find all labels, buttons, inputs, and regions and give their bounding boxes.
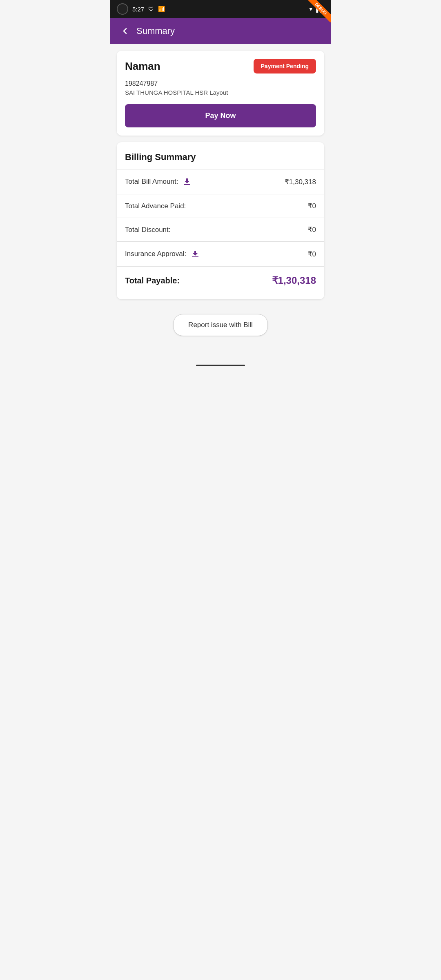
insurance-value: ₹0 — [308, 250, 316, 258]
home-indicator — [196, 365, 245, 366]
total-payable-row: Total Payable: ₹1,30,318 — [125, 267, 316, 290]
status-bar-left: 5:27 🛡 📶 — [117, 3, 165, 15]
total-bill-label-text: Total Bill Amount: — [125, 178, 178, 186]
total-payable-value: ₹1,30,318 — [272, 275, 316, 286]
app-bar: Summary — [110, 18, 331, 44]
billing-row-total-bill: Total Bill Amount: ₹1,30,318 — [125, 169, 316, 194]
report-issue-button[interactable]: Report issue with Bill — [173, 314, 268, 336]
total-bill-value: ₹1,30,318 — [285, 178, 316, 186]
billing-row-advance: Total Advance Paid: ₹0 — [125, 194, 316, 218]
advance-label-text: Total Advance Paid: — [125, 202, 186, 210]
status-bar: 5:27 🛡 📶 ▼ ▌▌ DEBUG — [110, 0, 331, 18]
shield-icon: 🛡 — [148, 6, 154, 12]
payment-status-badge: Payment Pending — [254, 59, 316, 74]
billing-card: Billing Summary Total Bill Amount: ₹1,30… — [117, 142, 324, 299]
main-content: Naman Payment Pending 198247987 SAI THUN… — [110, 44, 331, 359]
download-insurance-icon[interactable] — [190, 249, 200, 259]
debug-corner: DEBUG — [306, 0, 331, 24]
discount-label: Total Discount: — [125, 226, 171, 234]
patient-location: SAI THUNGA HOSPITAL HSR Layout — [125, 89, 316, 96]
pay-now-button[interactable]: Pay Now — [125, 104, 316, 127]
patient-card: Naman Payment Pending 198247987 SAI THUN… — [117, 51, 324, 136]
status-time: 5:27 — [132, 6, 144, 13]
debug-label: DEBUG — [307, 0, 331, 22]
patient-header: Naman Payment Pending — [125, 59, 316, 74]
report-section: Report issue with Bill — [117, 306, 324, 352]
discount-value: ₹0 — [308, 225, 316, 234]
signal-icon: 📶 — [158, 6, 165, 12]
total-bill-label: Total Bill Amount: — [125, 177, 192, 187]
app-icon — [117, 3, 128, 15]
total-payable-label: Total Payable: — [125, 276, 180, 285]
insurance-label-text: Insurance Approval: — [125, 250, 186, 258]
download-bill-icon[interactable] — [182, 177, 192, 187]
back-arrow-icon — [120, 26, 130, 36]
patient-name: Naman — [125, 60, 160, 73]
page-title: Summary — [136, 26, 175, 36]
bottom-nav — [110, 359, 331, 372]
advance-label: Total Advance Paid: — [125, 202, 186, 210]
back-button[interactable] — [117, 23, 133, 39]
patient-id: 198247987 — [125, 80, 316, 87]
billing-row-discount: Total Discount: ₹0 — [125, 218, 316, 241]
insurance-label: Insurance Approval: — [125, 249, 200, 259]
discount-label-text: Total Discount: — [125, 226, 171, 234]
billing-title: Billing Summary — [125, 152, 316, 163]
advance-value: ₹0 — [308, 202, 316, 210]
billing-row-insurance: Insurance Approval: ₹0 — [125, 242, 316, 266]
